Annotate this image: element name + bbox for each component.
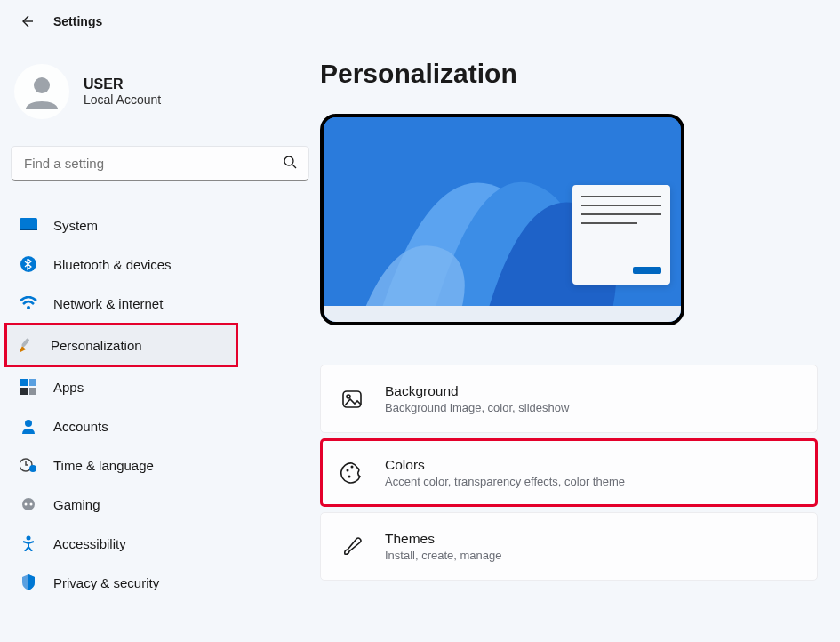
search-box [11,146,309,181]
wifi-icon [20,294,37,312]
svg-point-0 [34,77,50,93]
svg-rect-11 [29,388,36,395]
svg-point-17 [30,503,33,506]
sidebar-item-personalization[interactable]: Personalization [4,323,238,367]
sidebar-item-label: Privacy & security [53,575,159,590]
avatar [14,64,69,119]
user-block[interactable]: USER Local Account [7,53,313,130]
sidebar-item-label: Accounts [53,419,108,434]
user-icon [20,70,63,113]
svg-rect-9 [29,379,36,386]
sidebar-item-accounts[interactable]: Accounts [7,406,313,445]
svg-point-12 [25,420,32,427]
option-subtitle: Install, create, manage [385,549,502,562]
header-title: Settings [53,14,102,28]
sidebar: USER Local Account System Bluetooth & de… [0,37,320,640]
sidebar-item-privacy[interactable]: Privacy & security [7,563,313,602]
svg-point-22 [347,469,349,471]
search-input[interactable] [11,146,309,181]
svg-line-2 [292,165,296,168]
option-subtitle: Accent color, transparency effects, colo… [385,475,625,488]
option-themes[interactable]: Themes Install, create, manage [320,512,818,581]
sidebar-item-label: System [53,218,98,233]
image-icon [340,388,364,411]
sidebar-item-network[interactable]: Network & internet [7,284,313,323]
option-title: Themes [385,531,502,547]
clock-globe-icon [20,456,37,474]
svg-point-6 [27,306,30,309]
sidebar-item-label: Accessibility [53,536,126,551]
apps-icon [20,378,37,396]
page-title: Personalization [320,59,818,89]
person-icon [20,417,37,435]
main-container: USER Local Account System Bluetooth & de… [0,37,840,640]
svg-point-15 [22,498,35,510]
sidebar-item-label: Time & language [53,458,154,473]
sidebar-item-label: Gaming [53,497,100,512]
shield-icon [20,574,37,591]
gamepad-icon [20,495,37,513]
svg-point-16 [25,503,28,506]
taskbar-preview [324,306,681,322]
search-icon[interactable] [283,155,297,173]
bluetooth-icon [20,255,37,273]
user-account-type: Local Account [84,92,161,107]
svg-point-14 [29,465,36,472]
sidebar-item-label: Personalization [51,338,142,353]
svg-rect-7 [21,338,30,348]
option-background[interactable]: Background Background image, color, slid… [320,365,818,433]
main-content: Personalization Background Backgrou [320,37,840,640]
desktop-preview[interactable] [320,114,684,325]
system-icon [20,216,37,234]
svg-rect-8 [20,379,28,386]
option-subtitle: Background image, color, slideshow [385,401,569,414]
sidebar-item-label: Bluetooth & devices [53,257,172,272]
user-name: USER [84,76,161,92]
option-colors[interactable]: Colors Accent color, transparency effect… [320,438,818,507]
back-button[interactable] [18,12,36,30]
palette-icon [340,461,364,485]
theme-preview-card [572,185,670,285]
svg-point-1 [284,156,293,165]
sidebar-item-time-language[interactable]: Time & language [7,445,313,485]
svg-rect-10 [20,388,28,395]
svg-point-24 [351,465,354,468]
sidebar-item-system[interactable]: System [7,205,313,245]
svg-point-21 [347,395,350,398]
accessibility-icon [20,534,37,552]
brush-icon [340,535,364,558]
sidebar-item-label: Network & internet [53,296,163,311]
sidebar-item-label: Apps [53,380,84,395]
accent-chip [633,267,661,274]
sidebar-item-accessibility[interactable]: Accessibility [7,524,313,563]
svg-point-18 [27,536,31,541]
sidebar-item-bluetooth[interactable]: Bluetooth & devices [7,245,313,284]
sidebar-item-apps[interactable]: Apps [7,367,313,406]
app-header: Settings [0,0,840,37]
option-title: Colors [385,457,625,473]
svg-point-23 [348,475,351,477]
back-arrow-icon [20,14,34,28]
svg-rect-3 [20,218,37,230]
sidebar-item-gaming[interactable]: Gaming [7,485,313,524]
paintbrush-icon [17,336,35,354]
option-title: Background [385,383,569,399]
svg-rect-4 [20,229,37,230]
